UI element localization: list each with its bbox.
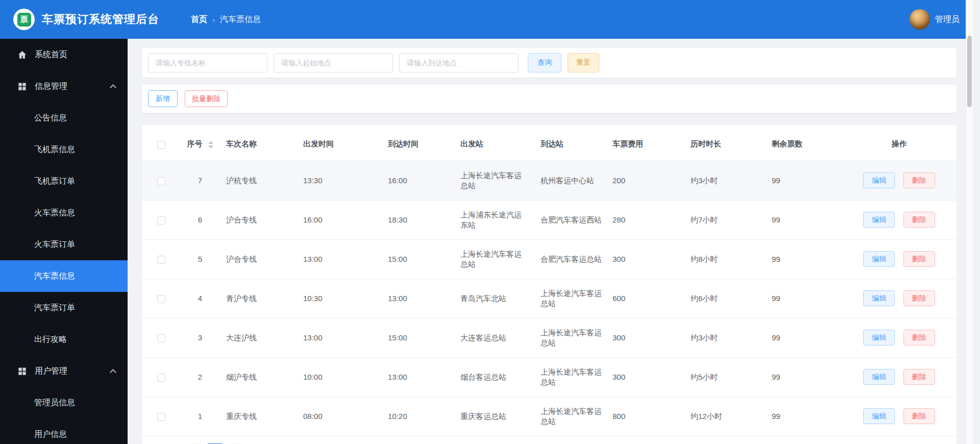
edit-button[interactable]: 编辑 — [863, 212, 895, 228]
sidebar-item-home[interactable]: 系统首页 — [0, 39, 128, 70]
delete-button[interactable]: 删除 — [903, 369, 935, 385]
cell-seq: 2 — [180, 357, 220, 397]
header-name: 车次名称 — [220, 128, 297, 161]
delete-button[interactable]: 删除 — [903, 251, 935, 267]
cell-price: 600 — [606, 279, 684, 318]
row-checkbox[interactable] — [157, 177, 165, 185]
sidebar-subitem[interactable]: 飞机票订单 — [0, 165, 128, 197]
row-checkbox[interactable] — [157, 295, 165, 303]
edit-button[interactable]: 编辑 — [863, 330, 895, 346]
row-checkbox[interactable] — [157, 334, 165, 342]
cell-to: 杭州客运中心站 — [534, 161, 606, 200]
sidebar-subitem[interactable]: 汽车票信息 — [0, 260, 128, 292]
cell-name: 沪合专线 — [220, 200, 297, 239]
cell-remaining: 99 — [766, 397, 842, 436]
row-checkbox[interactable] — [157, 374, 165, 382]
cell-to: 上海长途汽车客运总站 — [534, 357, 606, 397]
app-logo-icon: 票 — [13, 9, 35, 30]
cell-name: 沪合专线 — [220, 239, 297, 279]
sidebar-subitem-label: 出行攻略 — [34, 334, 67, 345]
batch-delete-button[interactable]: 批量删除 — [185, 90, 228, 107]
cell-actions: 编辑 删除 — [842, 200, 957, 239]
sidebar-group-info[interactable]: 信息管理 — [0, 70, 128, 102]
sort-carets-icon[interactable] — [208, 141, 213, 149]
cell-checkbox — [142, 279, 180, 318]
cell-arrive: 16:00 — [382, 161, 454, 200]
table-row: 7 沪杭专线 13:30 16:00 上海长途汽车客运总站 杭州客运中心站 20… — [142, 161, 957, 200]
add-button[interactable]: 新增 — [148, 90, 178, 107]
cell-checkbox — [142, 357, 180, 397]
scrollbar-thumb[interactable] — [967, 36, 972, 107]
breadcrumb-home[interactable]: 首页 — [191, 14, 207, 25]
scrollbar[interactable] — [966, 0, 973, 444]
sidebar-subitem[interactable]: 汽车票订单 — [0, 292, 128, 324]
sidebar-group-user[interactable]: 用户管理 — [0, 355, 128, 387]
sidebar-subitem-label: 飞机票订单 — [34, 176, 75, 187]
edit-button[interactable]: 编辑 — [863, 172, 895, 188]
main-content: 查询 重置 新增 批量删除 序号 — [128, 39, 973, 444]
user-name[interactable]: 管理员 — [935, 14, 960, 25]
cell-price: 200 — [606, 161, 684, 200]
table-row: 5 沪合专线 13:00 15:00 上海长途汽车客运总站 合肥汽车客运总站 3… — [142, 239, 957, 279]
start-location-input[interactable] — [274, 53, 393, 72]
header-price: 车票费用 — [606, 128, 684, 161]
edit-button[interactable]: 编辑 — [863, 251, 895, 267]
reset-button[interactable]: 重置 — [568, 53, 599, 72]
sidebar-subitem[interactable]: 火车票订单 — [0, 229, 128, 260]
cell-from: 上海长途汽车客运总站 — [454, 161, 534, 200]
delete-button[interactable]: 删除 — [903, 408, 935, 424]
cell-remaining: 99 — [766, 318, 842, 357]
chevron-up-icon — [110, 369, 116, 376]
sidebar-subitem[interactable]: 用户信息 — [0, 418, 128, 444]
cell-depart: 10:00 — [297, 357, 382, 397]
delete-button[interactable]: 删除 — [903, 212, 935, 228]
avatar[interactable] — [910, 9, 930, 30]
sidebar-subitem[interactable]: 管理员信息 — [0, 387, 128, 418]
sidebar-submenu-info: 公告信息 飞机票信息 飞机票订单 火车票信息 火车票订单 汽车票信息 汽车票订单… — [0, 102, 128, 355]
cell-duration: 约12小时 — [684, 397, 766, 436]
ticket-icon: 票 — [17, 13, 31, 27]
cell-arrive: 10:20 — [382, 397, 454, 436]
row-checkbox[interactable] — [157, 256, 165, 264]
bus-ticket-table: 序号 车次名称 出发时间 到达时间 出发站 到达站 车票费用 历时时长 剩余票数… — [142, 128, 957, 436]
cell-actions: 编辑 删除 — [842, 239, 957, 279]
cell-actions: 编辑 删除 — [842, 397, 957, 436]
cell-depart: 13:00 — [297, 318, 382, 357]
cell-from: 重庆客运总站 — [454, 397, 534, 436]
sidebar-subitem-label: 飞机票信息 — [34, 144, 75, 155]
sidebar-subitem[interactable]: 出行攻略 — [0, 324, 128, 355]
cell-duration: 约3小时 — [684, 318, 766, 357]
cell-seq: 6 — [180, 200, 220, 239]
cell-from: 上海浦东长途汽运东站 — [454, 200, 534, 239]
cell-price: 300 — [606, 239, 684, 279]
cell-checkbox — [142, 318, 180, 357]
breadcrumb: 首页 › 汽车票信息 — [191, 14, 261, 25]
sidebar-subitem[interactable]: 飞机票信息 — [0, 134, 128, 165]
cell-actions: 编辑 删除 — [842, 161, 957, 200]
delete-button[interactable]: 删除 — [903, 290, 935, 306]
delete-button[interactable]: 删除 — [903, 172, 935, 188]
toolbar-panel: 新增 批量删除 — [142, 85, 957, 113]
select-all-checkbox[interactable] — [157, 141, 165, 149]
sidebar-group-label: 用户管理 — [35, 366, 67, 377]
end-location-input[interactable] — [399, 53, 519, 72]
search-panel: 查询 重置 — [142, 48, 957, 78]
row-checkbox[interactable] — [157, 216, 165, 225]
edit-button[interactable]: 编辑 — [863, 408, 895, 424]
cell-seq: 7 — [180, 161, 220, 200]
breadcrumb-separator-icon: › — [212, 15, 215, 24]
table-body: 7 沪杭专线 13:30 16:00 上海长途汽车客运总站 杭州客运中心站 20… — [142, 161, 957, 436]
query-button[interactable]: 查询 — [528, 53, 561, 72]
line-name-input[interactable] — [148, 53, 267, 72]
edit-button[interactable]: 编辑 — [863, 290, 895, 306]
cell-actions: 编辑 删除 — [842, 279, 957, 318]
delete-button[interactable]: 删除 — [903, 330, 935, 346]
header-from: 出发站 — [454, 128, 534, 161]
sidebar-subitem[interactable]: 公告信息 — [0, 102, 128, 134]
header-actions: 操作 — [842, 128, 957, 161]
cell-arrive: 15:00 — [382, 239, 454, 279]
row-checkbox[interactable] — [157, 413, 165, 421]
app-root: 票 车票预订系统管理后台 首页 › 汽车票信息 管理员 系统首页 信息管理 — [0, 0, 973, 444]
sidebar-subitem[interactable]: 火车票信息 — [0, 197, 128, 229]
edit-button[interactable]: 编辑 — [863, 369, 895, 385]
